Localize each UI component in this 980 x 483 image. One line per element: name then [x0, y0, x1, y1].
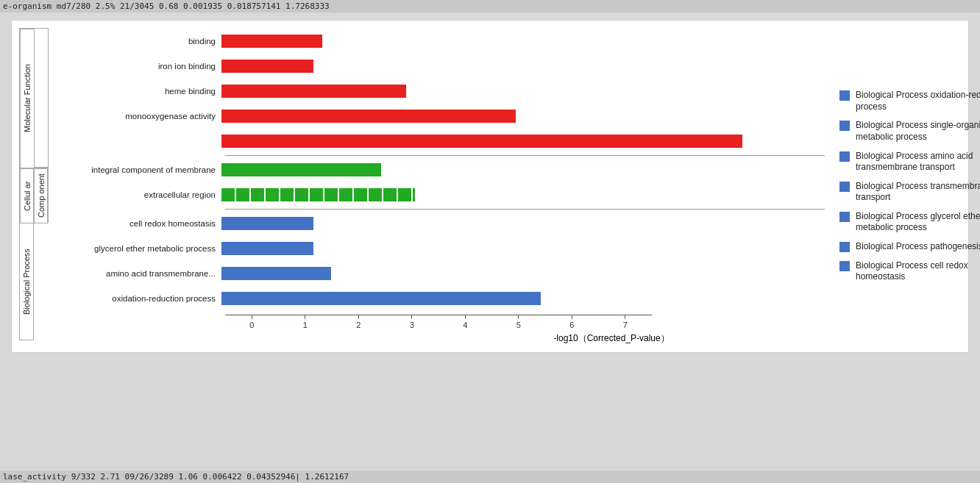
legend: Biological Process oxidation-reductionpr… — [825, 28, 980, 345]
legend-color-2 — [839, 121, 850, 131]
track-integral — [221, 163, 825, 176]
legend-color-7 — [839, 261, 850, 271]
track-amino — [221, 267, 825, 280]
bottom-bar: lase_activity 9/332 2.71 09/26/3289 1.06… — [0, 471, 980, 483]
legend-item-6: Biological Process pathogenesis — [839, 241, 980, 253]
mol-func-section: Molecular Function — [19, 28, 49, 168]
fill-amino — [221, 267, 331, 280]
fill-mono2 — [221, 135, 742, 148]
legend-color-1 — [839, 90, 850, 101]
label-glycerol: glycerol ether metabolic process — [52, 244, 221, 253]
bio-proc-bars: cell redox homeostasis glycerol ether me… — [52, 210, 825, 312]
bar-row-extracell: extracellular region — [52, 183, 825, 207]
label-oxidation: oxidation-reduction process — [52, 294, 221, 303]
top-bar: e-organism md7/280 2.5% 21/3045 0.68 0.0… — [0, 0, 980, 12]
track-iron-ion — [221, 60, 825, 73]
track-mono2 — [221, 135, 825, 148]
legend-item-3: Biological Process amino acidtransmembra… — [839, 151, 980, 173]
fill-redox — [221, 217, 313, 230]
tick-3: 3 — [386, 315, 439, 329]
label-integral: integral component of membrane — [52, 165, 221, 174]
track-heme — [221, 85, 825, 98]
tick-5: 5 — [492, 315, 546, 329]
tick-4: 4 — [438, 315, 492, 329]
bar-row-oxidation: oxidation-reduction process — [52, 287, 825, 310]
bar-row-mono2 — [52, 129, 825, 153]
main-window: e-organism md7/280 2.5% 21/3045 0.68 0.0… — [0, 0, 980, 483]
label-heme: heme binding — [52, 87, 221, 96]
fill-glycerol — [221, 242, 313, 255]
x-axis-area: 0 1 2 3 4 5 6 7 -log10（Corrected_P-value… — [225, 312, 825, 345]
bar-row-integral: integral component of membrane — [52, 158, 825, 182]
tick-2: 2 — [332, 315, 386, 329]
track-mono1 — [221, 110, 825, 123]
legend-item-4: Biological Process transmembranetranspor… — [839, 181, 980, 204]
divider-mol-cell — [225, 155, 825, 156]
fill-heme — [221, 85, 406, 98]
fill-binding — [221, 35, 322, 48]
bar-row-mono1: monooxygenase activity — [52, 104, 825, 128]
x-axis-label: -log10（Corrected_P-value） — [398, 332, 825, 345]
chart-container: Molecular Function Cellul ar Comp onent … — [11, 20, 969, 353]
fill-mono1 — [221, 110, 516, 123]
legend-text-2: Biological Process single-organismmetabo… — [856, 120, 980, 143]
cell-comp-section: Cellul ar Comp onent — [19, 168, 49, 223]
bar-row-heme: heme binding — [52, 79, 825, 103]
fill-iron-ion — [221, 60, 313, 73]
legend-text-1: Biological Process oxidation-reductionpr… — [856, 90, 980, 112]
legend-text-6: Biological Process pathogenesis — [856, 241, 980, 253]
label-binding: binding — [52, 37, 221, 46]
legend-item-2: Biological Process single-organismmetabo… — [839, 120, 980, 143]
bar-chart-area: binding iron ion binding hem — [49, 28, 825, 345]
legend-item-1: Biological Process oxidation-reductionpr… — [839, 90, 980, 112]
mol-func-label: Molecular Function — [20, 29, 35, 168]
legend-text-5: Biological Process glycerol ethermetabol… — [856, 211, 980, 234]
track-glycerol — [221, 242, 825, 255]
fill-integral — [221, 163, 381, 176]
legend-color-4 — [839, 182, 850, 192]
legend-text-4: Biological Process transmembranetranspor… — [856, 181, 980, 204]
fill-oxidation — [221, 292, 541, 305]
legend-text-3: Biological Process amino acidtransmembra… — [856, 151, 973, 173]
bar-row-glycerol: glycerol ether metabolic process — [52, 237, 825, 260]
legend-item-5: Biological Process glycerol ethermetabol… — [839, 211, 980, 234]
tick-0: 0 — [225, 315, 279, 329]
tick-1: 1 — [279, 315, 333, 329]
category-labels-col: Molecular Function Cellul ar Comp onent … — [19, 28, 49, 345]
bar-row-amino: amino acid transmembrane... — [52, 262, 825, 285]
bio-proc-section: Biological Process — [19, 223, 49, 340]
track-oxidation — [221, 292, 825, 305]
cell-comp-outer: Cellul ar Comp onent — [19, 168, 49, 223]
label-extracell: extracellular region — [52, 190, 221, 199]
tick-6: 6 — [545, 315, 599, 329]
legend-item-7: Biological Process cell redoxhomeostasis — [839, 260, 980, 283]
legend-text-7: Biological Process cell redoxhomeostasis — [856, 260, 968, 283]
track-redox — [221, 217, 825, 230]
divider-cell-bio — [225, 209, 825, 210]
label-amino: amino acid transmembrane... — [52, 269, 221, 278]
track-binding — [221, 35, 825, 48]
axis-ticks: 0 1 2 3 4 5 6 7 — [225, 315, 652, 329]
legend-color-6 — [839, 242, 850, 252]
mol-func-bars: binding iron ion binding hem — [52, 28, 825, 154]
cellular-label: Cellul ar — [20, 168, 34, 223]
label-iron-ion: iron ion binding — [52, 62, 221, 71]
legend-color-3 — [839, 151, 850, 162]
fill-extracell — [221, 188, 415, 201]
bio-proc-label: Biological Process — [19, 223, 34, 340]
label-mono1: monooxygenase activity — [52, 112, 221, 121]
tick-7: 7 — [599, 315, 653, 329]
cell-comp-bars: integral component of membrane extracell… — [52, 157, 825, 208]
bar-row-redox: cell redox homeostasis — [52, 212, 825, 235]
comp-label: Comp onent — [34, 168, 48, 223]
bar-row-iron-ion: iron ion binding — [52, 54, 825, 78]
label-redox: cell redox homeostasis — [52, 219, 221, 228]
chart-left: Molecular Function Cellul ar Comp onent … — [19, 28, 825, 345]
track-extracell — [221, 188, 825, 201]
legend-color-5 — [839, 212, 850, 222]
bar-row-binding: binding — [52, 29, 825, 53]
